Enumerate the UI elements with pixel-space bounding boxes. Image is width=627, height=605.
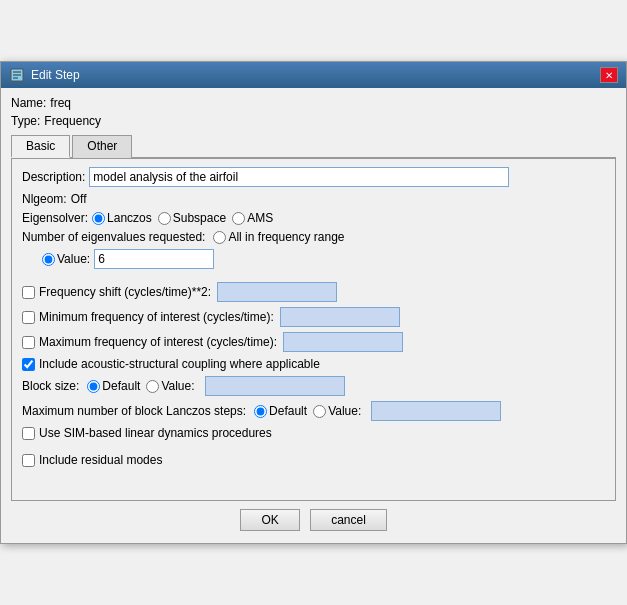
cancel-button[interactable]: cancel: [310, 509, 387, 531]
sim-checkbox-label[interactable]: Use SIM-based linear dynamics procedures: [22, 426, 272, 440]
max-block-input[interactable]: [371, 401, 501, 421]
description-row: Description:: [22, 167, 605, 187]
min-freq-row: Minimum frequency of interest (cycles/ti…: [22, 307, 605, 327]
freq-shift-checkbox[interactable]: [22, 286, 35, 299]
block-size-group: Default Value:: [87, 376, 344, 396]
acoustic-row: Include acoustic-structural coupling whe…: [22, 357, 605, 371]
acoustic-checkbox-label[interactable]: Include acoustic-structural coupling whe…: [22, 357, 320, 371]
residual-label: Include residual modes: [39, 453, 162, 467]
max-freq-label: Maximum frequency of interest (cycles/ti…: [39, 335, 277, 349]
eigensolver-subspace[interactable]: Subspace: [158, 211, 226, 225]
sim-checkbox[interactable]: [22, 427, 35, 440]
freq-shift-checkbox-label[interactable]: Frequency shift (cycles/time)**2:: [22, 285, 211, 299]
edit-step-dialog: Edit Step ✕ Name: freq Type: Frequency B…: [0, 61, 627, 544]
type-label: Type:: [11, 114, 40, 128]
eigensolver-ams[interactable]: AMS: [232, 211, 273, 225]
residual-row: Include residual modes: [22, 453, 605, 467]
description-input[interactable]: [89, 167, 509, 187]
max-block-default-option[interactable]: Default: [254, 404, 307, 418]
block-default-option[interactable]: Default: [87, 379, 140, 393]
tab-bar: Basic Other: [11, 134, 616, 159]
dialog-icon: [9, 67, 25, 83]
eigenvalues-label: Number of eigenvalues requested:: [22, 230, 205, 244]
title-bar-left: Edit Step: [9, 67, 80, 83]
acoustic-checkbox[interactable]: [22, 358, 35, 371]
sim-label: Use SIM-based linear dynamics procedures: [39, 426, 272, 440]
max-block-default-label: Default: [269, 404, 307, 418]
eigensolver-group: Lanczos Subspace AMS: [92, 211, 273, 225]
eigensolver-lanczos-label: Lanczos: [107, 211, 152, 225]
bottom-buttons: OK cancel: [11, 501, 616, 535]
acoustic-label: Include acoustic-structural coupling whe…: [39, 357, 320, 371]
nlgeom-label: Nlgeom:: [22, 192, 67, 206]
max-block-group: Default Value:: [254, 401, 501, 421]
max-freq-checkbox-label[interactable]: Maximum frequency of interest (cycles/ti…: [22, 335, 277, 349]
dialog-content: Name: freq Type: Frequency Basic Other D…: [1, 88, 626, 543]
value-option-label: Value:: [57, 252, 90, 266]
block-default-label: Default: [102, 379, 140, 393]
eigensolver-label: Eigensolver:: [22, 211, 88, 225]
eigenvalue-value-row: Value:: [42, 249, 605, 269]
max-block-value-option[interactable]: Value:: [313, 404, 361, 418]
tab-content-basic: Description: Nlgeom: Off Eigensolver: La…: [11, 159, 616, 501]
tab-other[interactable]: Other: [72, 135, 132, 158]
name-label: Name:: [11, 96, 46, 110]
min-freq-checkbox-label[interactable]: Minimum frequency of interest (cycles/ti…: [22, 310, 274, 324]
block-value-label: Value:: [161, 379, 194, 393]
eigenvalues-row: Number of eigenvalues requested: All in …: [22, 230, 605, 244]
block-size-input[interactable]: [205, 376, 345, 396]
name-row: Name: freq: [11, 96, 616, 110]
max-block-value-label: Value:: [328, 404, 361, 418]
max-freq-checkbox[interactable]: [22, 336, 35, 349]
title-buttons: ✕: [600, 67, 618, 83]
residual-checkbox[interactable]: [22, 454, 35, 467]
sim-row: Use SIM-based linear dynamics procedures: [22, 426, 605, 440]
eigensolver-ams-label: AMS: [247, 211, 273, 225]
residual-checkbox-label[interactable]: Include residual modes: [22, 453, 162, 467]
freq-shift-row: Frequency shift (cycles/time)**2:: [22, 282, 605, 302]
block-value-option[interactable]: Value:: [146, 379, 194, 393]
min-freq-input[interactable]: [280, 307, 400, 327]
max-block-label: Maximum number of block Lanczos steps:: [22, 404, 246, 418]
type-row: Type: Frequency: [11, 114, 616, 128]
max-freq-row: Maximum frequency of interest (cycles/ti…: [22, 332, 605, 352]
nlgeom-row: Nlgeom: Off: [22, 192, 605, 206]
all-in-range-option[interactable]: All in frequency range: [213, 230, 344, 244]
eigenvalue-input[interactable]: [94, 249, 214, 269]
freq-shift-input[interactable]: [217, 282, 337, 302]
max-block-row: Maximum number of block Lanczos steps: D…: [22, 401, 605, 421]
all-in-range-label: All in frequency range: [228, 230, 344, 244]
freq-shift-label: Frequency shift (cycles/time)**2:: [39, 285, 211, 299]
value-option[interactable]: Value:: [42, 252, 90, 266]
block-size-label: Block size:: [22, 379, 79, 393]
ok-button[interactable]: OK: [240, 509, 300, 531]
close-button[interactable]: ✕: [600, 67, 618, 83]
min-freq-checkbox[interactable]: [22, 311, 35, 324]
nlgeom-value: Off: [71, 192, 87, 206]
window-title: Edit Step: [31, 68, 80, 82]
type-value: Frequency: [44, 114, 101, 128]
description-label: Description:: [22, 170, 85, 184]
eigensolver-subspace-label: Subspace: [173, 211, 226, 225]
name-value: freq: [50, 96, 71, 110]
title-bar: Edit Step ✕: [1, 62, 626, 88]
eigensolver-lanczos[interactable]: Lanczos: [92, 211, 152, 225]
eigensolver-row: Eigensolver: Lanczos Subspace AMS: [22, 211, 605, 225]
block-size-row: Block size: Default Value:: [22, 376, 605, 396]
max-freq-input[interactable]: [283, 332, 403, 352]
min-freq-label: Minimum frequency of interest (cycles/ti…: [39, 310, 274, 324]
tab-basic[interactable]: Basic: [11, 135, 70, 158]
